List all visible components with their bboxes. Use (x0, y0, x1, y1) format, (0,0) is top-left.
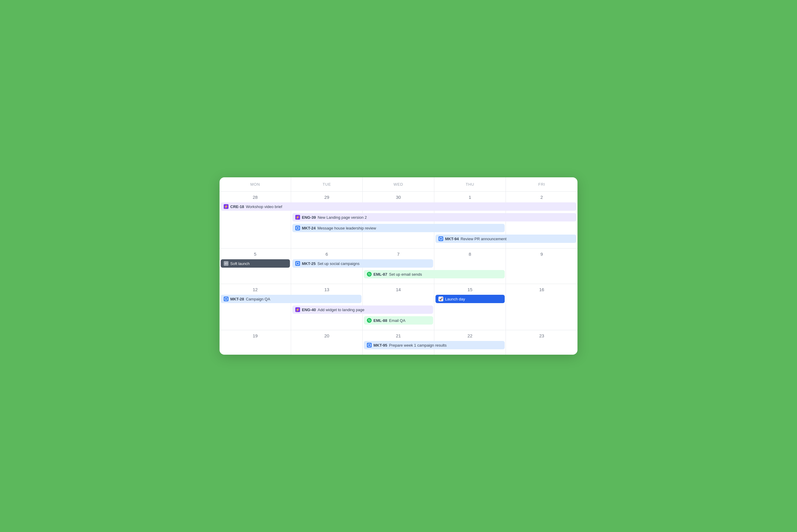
event-bar-launch-day[interactable]: 🚀Launch day (435, 295, 505, 303)
event-title: Add widget to landing page (318, 308, 364, 312)
week-row-4: 1920212223MKT-95Prepare week 1 campaign … (219, 330, 578, 355)
day-number-28: 28 (223, 195, 287, 200)
circle-arrow-icon: ↻ (367, 318, 372, 323)
day-number-14: 14 (366, 287, 430, 292)
day-cell-12: 12 (219, 284, 291, 330)
svg-rect-3 (225, 298, 227, 300)
square-icon (224, 297, 229, 301)
day-cell-23: 23 (506, 330, 578, 355)
column-header-wed: WED (363, 177, 434, 191)
event-bar-CRE-18[interactable]: ⚡CRE-18Workshop video brief (221, 202, 576, 211)
svg-rect-1 (440, 238, 442, 240)
day-number-21: 21 (366, 333, 430, 338)
day-cell-8: 8 (434, 249, 506, 284)
event-id: ENG-40 (302, 308, 316, 312)
event-bar-MKT-94[interactable]: MKT-94Review PR announcement (435, 234, 576, 243)
event-title: Launch day (445, 297, 465, 301)
week-row-2: 56789🏷Soft launchMKT-25Set up social cam… (219, 249, 578, 284)
square-icon (295, 226, 300, 230)
day-number-1: 1 (438, 195, 502, 200)
event-title: Soft launch (230, 261, 250, 266)
square-icon (438, 236, 443, 241)
event-title: Message house leadership review (318, 226, 376, 230)
circle-arrow-icon: ↻ (367, 272, 372, 277)
event-id: MKT-94 (445, 236, 459, 241)
day-number-6: 6 (295, 251, 359, 256)
event-id: MKT-25 (302, 261, 315, 266)
day-number-19: 19 (223, 333, 287, 338)
day-cell-19: 19 (219, 330, 291, 355)
event-bar-EML-88[interactable]: ↻EML-88Email QA (364, 316, 433, 325)
day-cell-15: 15 (434, 284, 506, 330)
lightning-icon: ⚡ (224, 204, 229, 209)
tag-icon: 🏷 (224, 261, 229, 266)
event-title: Set up email sends (389, 272, 422, 277)
day-cell-20: 20 (291, 330, 363, 355)
week-row-3: 1213141516MKT-28Campaign QA🚀Launch day⚡E… (219, 284, 578, 330)
event-bar-MKT-24[interactable]: MKT-24Message house leadership review (292, 224, 505, 232)
event-bar-MKT-95[interactable]: MKT-95Prepare week 1 campaign results (364, 341, 505, 349)
event-title: Prepare week 1 campaign results (389, 343, 447, 347)
event-bar-EML-87[interactable]: ↻EML-87Set up email sends (364, 270, 505, 278)
day-number-16: 16 (509, 287, 574, 292)
day-number-5: 5 (223, 251, 287, 256)
week-row-1: 28293012⚡CRE-18Workshop video brief⚡ENG-… (219, 192, 578, 249)
lightning-icon: ⚡ (295, 215, 300, 220)
event-title: Review PR announcement (460, 236, 506, 241)
calendar: MONTUEWEDTHUFRI 28293012⚡CRE-18Workshop … (219, 177, 578, 355)
day-number-22: 22 (438, 333, 502, 338)
column-header-tue: TUE (291, 177, 363, 191)
day-number-15: 15 (438, 287, 502, 292)
event-bar-MKT-28[interactable]: MKT-28Campaign QA (221, 295, 362, 303)
lightning-icon: ⚡ (295, 307, 300, 312)
svg-rect-4 (368, 344, 370, 346)
event-title: Campaign QA (246, 297, 270, 301)
day-number-23: 23 (509, 333, 574, 338)
day-number-12: 12 (223, 287, 287, 292)
day-number-30: 30 (366, 195, 430, 200)
day-number-29: 29 (295, 195, 359, 200)
day-number-7: 7 (366, 251, 430, 256)
event-bar-ENG-40[interactable]: ⚡ENG-40Add widget to landing page (292, 305, 433, 314)
day-number-13: 13 (295, 287, 359, 292)
column-header-mon: MON (219, 177, 291, 191)
event-title: Email QA (389, 318, 405, 323)
event-id: ENG-39 (302, 215, 316, 220)
square-icon (367, 343, 372, 347)
event-id: MKT-28 (230, 297, 244, 301)
svg-rect-0 (296, 227, 299, 229)
svg-rect-2 (296, 262, 299, 265)
day-number-9: 9 (509, 251, 574, 256)
rocket-icon: 🚀 (438, 297, 443, 301)
event-id: EML-87 (374, 272, 387, 277)
calendar-body: 28293012⚡CRE-18Workshop video brief⚡ENG-… (219, 192, 578, 355)
calendar-header: MONTUEWEDTHUFRI (219, 177, 578, 192)
day-cell-16: 16 (506, 284, 578, 330)
day-number-8: 8 (438, 251, 502, 256)
column-header-thu: THU (434, 177, 506, 191)
day-cell-9: 9 (506, 249, 578, 284)
day-cell-28: 28 (219, 192, 291, 248)
event-bar-ENG-39[interactable]: ⚡ENG-39New Landing page version 2 (292, 213, 576, 222)
event-id: MKT-24 (302, 226, 315, 230)
event-id: EML-88 (374, 318, 387, 323)
event-id: MKT-95 (374, 343, 387, 347)
event-id: CRE-18 (230, 205, 244, 209)
day-number-2: 2 (509, 195, 574, 200)
event-title: Set up social campaigns (318, 261, 359, 266)
event-bar-MKT-25[interactable]: MKT-25Set up social campaigns (292, 259, 433, 268)
event-bar-soft-launch[interactable]: 🏷Soft launch (221, 259, 290, 268)
event-title: New Landing page version 2 (318, 215, 367, 220)
day-number-20: 20 (295, 333, 359, 338)
event-title: Workshop video brief (246, 205, 282, 209)
column-header-fri: FRI (506, 177, 578, 191)
square-icon (295, 261, 300, 266)
